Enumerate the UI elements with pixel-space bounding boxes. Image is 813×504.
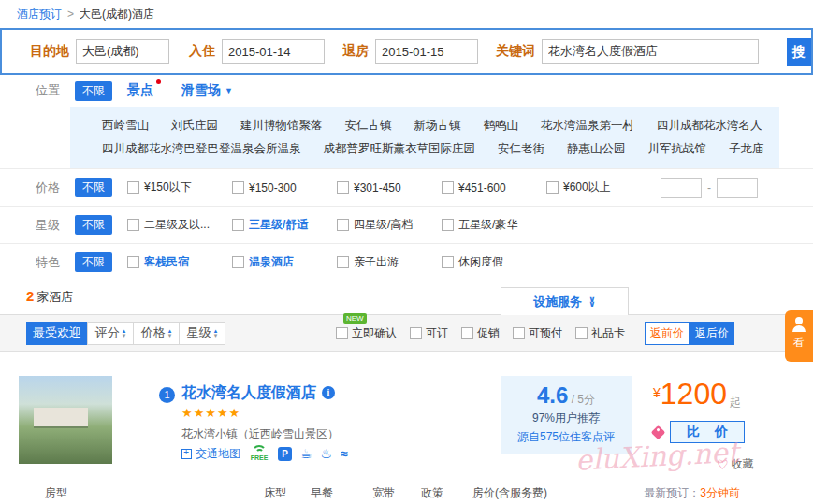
destination-label: 目的地	[30, 43, 69, 60]
feature-checkbox[interactable]	[337, 256, 349, 268]
star-checkbox[interactable]	[127, 219, 139, 231]
price-checkbox[interactable]	[442, 181, 454, 194]
compare-price-button[interactable]: 比 价	[670, 421, 745, 443]
price-option-label[interactable]: ¥301-450	[354, 181, 401, 194]
sort-score-label: 评分	[95, 324, 120, 341]
place-link[interactable]: 成都普罗旺斯薰衣草国际庄园	[324, 137, 476, 161]
place-link[interactable]: 花水湾温泉第一村	[541, 114, 634, 137]
star-option-label[interactable]: 三星级/舒适	[249, 217, 308, 233]
promotion-checkbox[interactable]	[461, 327, 473, 339]
location-tab-ski-label: 滑雪场	[181, 82, 221, 97]
star-option-label[interactable]: 五星级/豪华	[458, 217, 517, 233]
traffic-map-link[interactable]: 交通地图	[181, 446, 240, 462]
price-option-label[interactable]: ¥150-300	[249, 181, 297, 194]
place-link[interactable]: 川军抗战馆	[648, 137, 707, 161]
place-link[interactable]: 四川成都花水湾名人	[657, 114, 762, 137]
sort-price-button[interactable]: 价格	[133, 322, 180, 345]
price-checkbox[interactable]	[232, 181, 244, 194]
destination-input[interactable]	[76, 39, 169, 64]
price-tag-icon[interactable]	[651, 425, 666, 439]
place-link[interactable]: 鹤鸣山	[484, 114, 519, 137]
map-icon	[181, 449, 192, 459]
feature-option-label[interactable]: 亲子出游	[354, 254, 399, 270]
price-option-label[interactable]: ¥150以下	[144, 180, 192, 195]
info-icon[interactable]: i	[322, 386, 335, 399]
place-link[interactable]: 新场古镇	[414, 114, 461, 137]
instant-confirm-checkbox[interactable]	[336, 327, 348, 339]
hotel-photo[interactable]	[19, 376, 112, 464]
sort-star-button[interactable]: 星级	[179, 322, 225, 345]
place-link[interactable]: 刘氏庄园	[171, 114, 218, 137]
feature-checkbox[interactable]	[232, 256, 244, 268]
location-tab-scenic[interactable]: 景点	[127, 82, 153, 99]
price-checkbox[interactable]	[546, 181, 559, 194]
price-checkbox[interactable]	[127, 181, 139, 194]
place-link[interactable]: 子龙庙	[729, 137, 764, 161]
hotel-name-link[interactable]: 花水湾名人度假酒店i	[181, 383, 335, 403]
hot-dot-icon	[156, 79, 161, 84]
feature-option-label[interactable]: 温泉酒店	[249, 254, 294, 270]
giftcard-checkbox[interactable]	[575, 327, 588, 339]
check-prepay[interactable]: 可预付	[513, 325, 562, 341]
price-option-label[interactable]: ¥600以上	[563, 180, 611, 195]
checkout-label: 退房	[342, 43, 369, 60]
feature-checkbox[interactable]	[127, 256, 139, 268]
price-amount: 1200	[661, 378, 727, 410]
location-tab-ski[interactable]: 滑雪场	[181, 82, 233, 99]
feature-checkbox[interactable]	[442, 256, 454, 268]
price-any-button[interactable]: 不限	[75, 178, 112, 197]
place-link[interactable]: 静惠山公园	[567, 137, 626, 161]
col-breakfast: 早餐	[311, 485, 372, 501]
return-after-button[interactable]: 返后价	[690, 322, 734, 345]
giftcard-label: 礼品卡	[591, 325, 625, 341]
check-giftcard[interactable]: 礼品卡	[575, 325, 625, 341]
star-option-label[interactable]: 四星级/高档	[354, 217, 413, 233]
person-icon	[795, 317, 803, 324]
hot-spring-icon	[321, 446, 333, 461]
checkin-input[interactable]	[222, 39, 325, 64]
keyword-input[interactable]	[542, 39, 759, 64]
hotel-stars: ★★★★★	[181, 406, 240, 420]
star-checkbox[interactable]	[442, 219, 454, 231]
col-bed-type: 床型	[264, 485, 311, 501]
facility-services-tab[interactable]: 设施服务	[501, 287, 629, 315]
price-min-input[interactable]	[661, 178, 702, 198]
return-before-button[interactable]: 返前价	[645, 322, 690, 345]
viewed-hotels-side-tab[interactable]: 看	[785, 310, 813, 362]
star-option-label[interactable]: 二星级及以...	[144, 217, 210, 233]
price-option-label[interactable]: ¥451-600	[458, 181, 506, 194]
hotel-name-text: 花水湾名人度假酒店	[181, 384, 316, 400]
reviews-link[interactable]: 源自575位住客点评	[501, 429, 632, 445]
location-any-button[interactable]: 不限	[75, 81, 112, 101]
place-link[interactable]: 四川成都花水湾巴登巴登温泉会所温泉	[102, 137, 301, 161]
place-link[interactable]: 建川博物馆聚落	[240, 114, 323, 137]
price-max-input[interactable]	[717, 178, 758, 198]
feature-option-label[interactable]: 休闲度假	[458, 254, 503, 270]
col-broadband: 宽带	[372, 485, 421, 501]
check-promotion[interactable]: 促销	[461, 325, 500, 341]
star-checkbox[interactable]	[337, 219, 349, 231]
feature-any-button[interactable]: 不限	[75, 252, 112, 272]
star-checkbox[interactable]	[232, 219, 244, 231]
check-bookable[interactable]: 可订	[410, 325, 448, 341]
feature-option-label[interactable]: 客栈民宿	[144, 254, 189, 270]
price-checkbox[interactable]	[337, 181, 349, 194]
recommend-text: 97%用户推荐	[501, 410, 632, 426]
place-link[interactable]: 安仁古镇	[345, 114, 392, 137]
search-button[interactable]: 搜	[787, 38, 811, 66]
currency-symbol: ¥	[653, 385, 661, 400]
breadcrumb-home-link[interactable]: 酒店预订	[17, 7, 62, 22]
checkout-input[interactable]	[375, 39, 478, 64]
check-instant-confirm[interactable]: NEW立即确认	[336, 325, 397, 341]
prepay-checkbox[interactable]	[513, 327, 525, 339]
favorite-button[interactable]: 收藏	[717, 456, 754, 472]
place-link[interactable]: 安仁老街	[498, 137, 544, 161]
sort-most-popular-button[interactable]: 最受欢迎	[26, 322, 88, 345]
bookable-checkbox[interactable]	[410, 327, 422, 339]
place-link[interactable]: 西岭雪山	[102, 114, 149, 137]
sort-score-button[interactable]: 评分	[87, 322, 134, 345]
location-filter-label: 位置	[36, 82, 75, 99]
star-any-button[interactable]: 不限	[75, 215, 112, 235]
rating-score-suffix: / 5分	[572, 393, 595, 406]
sort-star-label: 星级	[187, 324, 211, 341]
